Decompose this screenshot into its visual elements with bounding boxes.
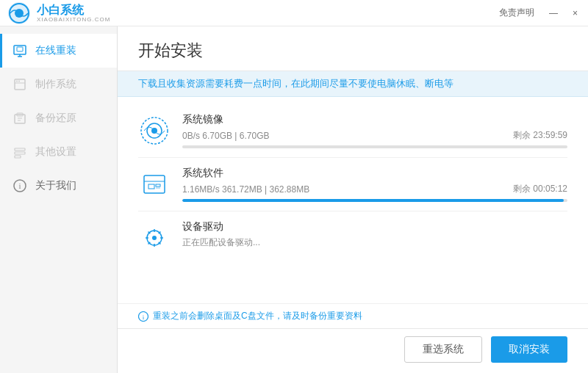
system-software-stats: 1.16MB/s 361.72MB | 362.88MB xyxy=(182,184,506,195)
svg-point-9 xyxy=(16,81,18,82)
title-bar-actions: 免责声明 — × xyxy=(496,5,581,21)
close-button[interactable]: × xyxy=(570,7,581,20)
sidebar-label-backup-restore: 备份还原 xyxy=(35,112,76,125)
page-header: 开始安装 xyxy=(118,26,588,71)
system-image-progress-row: 0B/s 6.70GB | 6.70GB 剩余 23:59:59 xyxy=(182,129,567,142)
system-software-name: 系统软件 xyxy=(182,167,567,180)
title-bar: 小白系统 XIAOBAIXITONG.COM 免责声明 — × xyxy=(0,0,588,26)
system-image-name: 系统镜像 xyxy=(182,113,567,126)
svg-rect-26 xyxy=(156,184,160,186)
system-software-progress-row: 1.16MB/s 361.72MB | 362.88MB 剩余 00:05:12 xyxy=(182,183,567,195)
install-item-system-software: 系统软件 1.16MB/s 361.72MB | 362.88MB 剩余 00:… xyxy=(138,158,567,211)
sidebar-label-about-us: 关于我们 xyxy=(35,179,76,192)
about-us-icon: i xyxy=(12,178,28,194)
online-reinstall-icon xyxy=(12,43,28,59)
system-software-info: 系统软件 1.16MB/s 361.72MB | 362.88MB 剩余 00:… xyxy=(182,167,567,202)
sidebar-label-online-reinstall: 在线重装 xyxy=(35,44,76,57)
page-title: 开始安装 xyxy=(138,40,567,62)
svg-rect-4 xyxy=(17,47,23,51)
disclaimer-button[interactable]: 免责声明 xyxy=(496,5,537,21)
system-image-info: 系统镜像 0B/s 6.70GB | 6.70GB 剩余 23:59:59 xyxy=(182,113,567,148)
device-driver-info: 设备驱动 正在匹配设备驱动... xyxy=(182,220,567,249)
items-list: 系统镜像 0B/s 6.70GB | 6.70GB 剩余 23:59:59 xyxy=(118,97,588,303)
system-image-remaining: 剩余 23:59:59 xyxy=(513,129,567,142)
warning-icon: i xyxy=(138,311,148,322)
warning-text: 重装之前会删除桌面及C盘文件，请及时备份重要资料 xyxy=(153,310,362,322)
footer: 重选系统 取消安装 xyxy=(118,328,588,373)
backup-restore-icon xyxy=(12,110,28,126)
make-system-icon xyxy=(12,76,28,93)
logo-icon xyxy=(7,1,31,25)
reselect-button[interactable]: 重选系统 xyxy=(404,336,482,363)
system-image-progress-bg xyxy=(182,145,567,148)
device-driver-icon xyxy=(138,222,171,254)
system-software-progress-fill xyxy=(182,199,564,202)
svg-point-10 xyxy=(18,81,20,82)
main-container: 在线重装 制作系统 xyxy=(0,26,588,373)
sidebar-item-make-system: 制作系统 xyxy=(0,68,117,101)
install-item-device-driver: 设备驱动 正在匹配设备驱动... xyxy=(138,211,567,263)
svg-text:i: i xyxy=(143,313,145,320)
notice-bar: 下载且收集资源需要耗费一点时间，在此期间尽量不要使电脑休眠、断电等 xyxy=(118,71,588,97)
device-driver-name: 设备驱动 xyxy=(182,220,567,233)
svg-rect-25 xyxy=(148,184,154,189)
cancel-install-button[interactable]: 取消安装 xyxy=(491,336,567,363)
device-driver-status: 正在匹配设备驱动... xyxy=(182,236,567,249)
logo-area: 小白系统 XIAOBAIXITONG.COM xyxy=(0,0,110,26)
logo-text: 小白系统 XIAOBAIXITONG.COM xyxy=(37,4,110,23)
sidebar-item-online-reinstall[interactable]: 在线重装 xyxy=(0,34,117,68)
logo-main: 小白系统 xyxy=(37,4,110,16)
install-item-system-image: 系统镜像 0B/s 6.70GB | 6.70GB 剩余 23:59:59 xyxy=(138,104,567,158)
svg-text:i: i xyxy=(18,181,21,190)
svg-rect-27 xyxy=(156,187,160,189)
other-settings-icon xyxy=(12,144,28,160)
svg-rect-16 xyxy=(15,152,25,154)
sidebar: 在线重装 制作系统 xyxy=(0,26,118,373)
svg-rect-17 xyxy=(15,156,21,158)
svg-rect-15 xyxy=(15,148,25,151)
system-image-icon xyxy=(138,115,171,147)
system-software-icon xyxy=(138,168,171,200)
minimize-button[interactable]: — xyxy=(546,7,561,20)
system-software-remaining: 剩余 00:05:12 xyxy=(513,183,567,195)
warning-bar: i 重装之前会删除桌面及C盘文件，请及时备份重要资料 xyxy=(118,303,588,328)
system-software-progress-bg xyxy=(182,199,567,202)
sidebar-item-about-us[interactable]: i 关于我们 xyxy=(0,169,117,203)
svg-point-29 xyxy=(152,236,157,240)
sidebar-label-other-settings: 其他设置 xyxy=(35,145,76,159)
system-image-stats: 0B/s 6.70GB | 6.70GB xyxy=(182,131,506,141)
sidebar-item-backup-restore: 备份还原 xyxy=(0,101,117,135)
content-area: 开始安装 下载且收集资源需要耗费一点时间，在此期间尽量不要使电脑休眠、断电等 系… xyxy=(118,26,588,373)
sidebar-label-make-system: 制作系统 xyxy=(35,78,76,91)
sidebar-item-other-settings: 其他设置 xyxy=(0,135,117,169)
logo-sub: XIAOBAIXITONG.COM xyxy=(37,16,110,23)
